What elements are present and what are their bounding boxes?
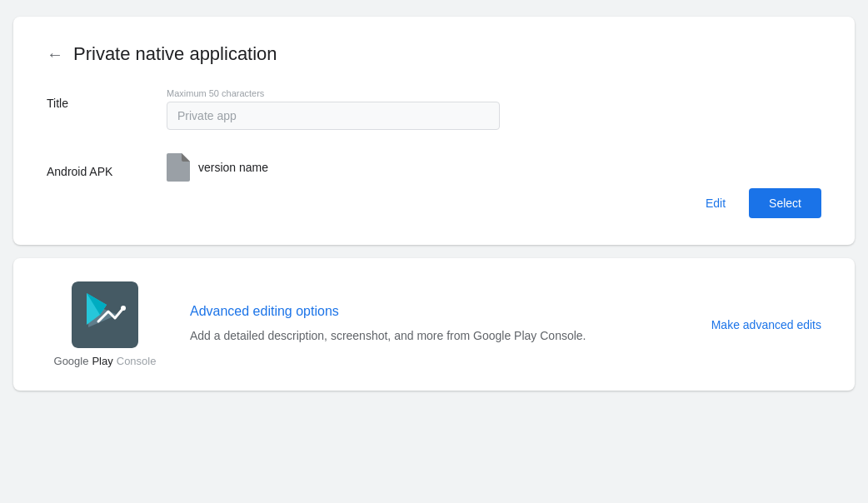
svg-point-0 (121, 306, 126, 311)
advanced-actions: Make advanced edits (711, 311, 821, 338)
title-form-row: Title Maximum 50 characters (47, 88, 821, 130)
char-limit-label: Maximum 50 characters (167, 88, 500, 98)
advanced-editing-title: Advanced editing options (190, 304, 685, 319)
page-title: Private native application (73, 43, 277, 65)
back-arrow-icon[interactable]: ← (47, 45, 63, 64)
file-icon (167, 153, 190, 182)
actions-row: Edit Select (47, 188, 821, 218)
make-advanced-edits-button[interactable]: Make advanced edits (711, 311, 821, 338)
google-play-text: Google Play Console (54, 355, 157, 367)
advanced-editing-desc: Add a detailed description, screenshot, … (190, 327, 685, 345)
select-button[interactable]: Select (749, 188, 821, 218)
title-input[interactable] (167, 102, 500, 130)
google-play-console-icon (72, 281, 138, 348)
title-input-wrapper: Maximum 50 characters (167, 88, 500, 130)
apk-label: Android APK (47, 157, 147, 178)
main-card: ← Private native application Title Maxim… (13, 17, 855, 245)
play-text: Play (92, 355, 112, 367)
edit-button[interactable]: Edit (696, 190, 736, 217)
console-text: Console (117, 355, 157, 367)
advanced-card: Google Play Console Advanced editing opt… (13, 258, 855, 391)
google-text: Google (54, 355, 89, 367)
title-label: Title (47, 88, 147, 110)
apk-icon-wrapper: version name (167, 153, 268, 182)
advanced-content: Advanced editing options Add a detailed … (190, 304, 685, 345)
card-header: ← Private native application (47, 43, 821, 65)
apk-form-row: Android APK version name (47, 153, 821, 182)
apk-version-name: version name (198, 161, 268, 174)
google-play-logo: Google Play Console (47, 281, 163, 367)
